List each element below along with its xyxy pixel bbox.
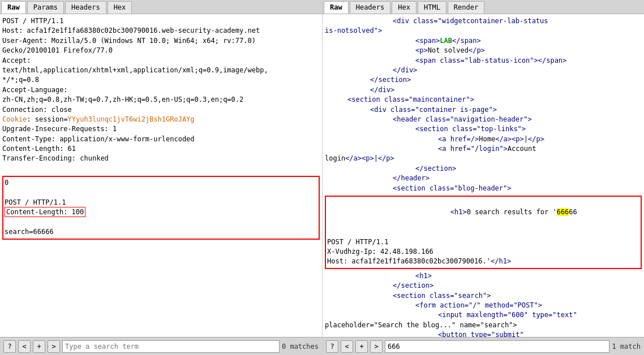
right-line-5: <span class="lab-status-icon"></span> <box>325 56 642 66</box>
right-line-18: <section class="blog-header"> <box>325 184 642 193</box>
line-gecko: Gecko/20100101 Firefox/77.0 <box>2 46 320 55</box>
line-accept-val: text/html,application/xhtml+xml,applicat… <box>2 66 320 75</box>
right-prev-btn[interactable]: < <box>341 340 353 353</box>
right-line-input: <input maxlength="600" type="text" <box>325 310 642 320</box>
right-line-17: </header> <box>325 174 642 183</box>
right-line-15: login</a><p>|</p> <box>325 154 642 163</box>
right-line-3: <span>LAB</span> <box>325 36 642 46</box>
right-question-btn[interactable]: ? <box>326 340 338 353</box>
right-tab-render[interactable]: Render <box>448 1 484 14</box>
line-post-http: POST / HTTP/1.1 <box>2 16 320 26</box>
left-highlight-block: 0 POST / HTTP/1.1 Content-Length: 100 se… <box>2 176 320 239</box>
right-content-area[interactable]: <div class="widgetcontainer-lab-status i… <box>323 14 644 337</box>
left-tab-bar: Raw Params Headers Hex <box>0 0 322 14</box>
line-blank1 <box>2 164 320 174</box>
line-host: Host: acfa1f2e1f1fa68380c02bc300790016.w… <box>2 26 320 36</box>
right-line-2: is-notsolved"> <box>325 26 642 36</box>
right-tab-raw[interactable]: Raw <box>324 1 349 14</box>
right-line-16: </section> <box>325 164 642 174</box>
left-tab-hex[interactable]: Hex <box>108 1 132 14</box>
right-tab-hex[interactable]: Hex <box>392 1 417 14</box>
right-match-count: 1 match <box>612 343 641 350</box>
right-panel: Raw Headers Hex HTML Render <div class="… <box>323 0 644 355</box>
right-line-11: <header class="navigation-header"> <box>325 115 642 124</box>
line-upgrade: Upgrade-Insecure-Requests: 1 <box>2 124 320 134</box>
right-line-7: </section> <box>325 75 642 85</box>
line-accept-lang-val: zh-CN,zh;q=0.8,zh-TW;q=0.7,zh-HK;q=0.5,e… <box>2 95 320 105</box>
right-post-http: POST / HTTP/1.1 <box>327 237 639 247</box>
left-prev-btn[interactable]: < <box>18 340 31 353</box>
right-line-8: </div> <box>325 85 642 95</box>
left-panel: Raw Params Headers Hex POST / HTTP/1.1 H… <box>0 0 323 355</box>
right-line-h1: <h1> <box>325 271 642 281</box>
line-content-type: Content-Type: application/x-www-form-url… <box>2 135 320 144</box>
right-host: Host: acfa1f2e1f1fa68380c02bc300790016.'… <box>327 257 639 266</box>
right-add-btn[interactable]: + <box>355 340 368 353</box>
right-line-button: <button type="submit" <box>325 330 642 337</box>
line-connection: Connection: close <box>2 105 320 115</box>
left-content-area[interactable]: POST / HTTP/1.1 Host: acfa1f2e1f1fa68380… <box>0 14 322 337</box>
line-user-agent: User-Agent: Mozilla/5.0 (Windows NT 10.0… <box>2 36 320 46</box>
right-highlight-block: <h1>0 search results for '66666 POST / H… <box>325 196 642 269</box>
right-line-4: <p>Not solved</p> <box>325 46 642 55</box>
left-request-lines: POST / HTTP/1.1 Host: acfa1f2e1f1fa68380… <box>2 16 320 174</box>
left-next-btn[interactable]: > <box>48 340 60 353</box>
left-search-input[interactable] <box>62 340 280 353</box>
line-content-length-100: Content-Length: 100 <box>5 207 317 217</box>
right-line-section-end: </section> <box>325 281 642 291</box>
right-line-placeholder: placeholder="Search the blog..." name="s… <box>325 321 642 330</box>
left-tab-params[interactable]: Params <box>27 1 64 14</box>
right-tab-bar: Raw Headers Hex HTML Render <box>323 0 644 14</box>
left-add-btn[interactable]: + <box>33 340 45 353</box>
right-bottom-bar: ? < + > 1 match <box>323 337 644 355</box>
left-tab-headers[interactable]: Headers <box>65 1 106 14</box>
line-blank2 <box>5 188 317 198</box>
line-blank3 <box>5 218 317 227</box>
line-accept: Accept: <box>2 56 320 66</box>
right-tab-html[interactable]: HTML <box>418 1 446 14</box>
line-cookie: Cookie: session=YYyuh3lunqc1jvT6wi2jBsh1… <box>2 115 320 124</box>
right-line-9: <section class="maincontainer"> <box>325 95 642 105</box>
line-accept-all: */*;q=0.8 <box>2 75 320 85</box>
line-search-val: search=66666 <box>5 227 317 237</box>
right-next-btn[interactable]: > <box>370 340 383 353</box>
line-accept-lang: Accept-Language: <box>2 85 320 95</box>
line-content-length-61: Content-Length: 61 <box>2 144 320 154</box>
right-line-10: <div class="container is-page"> <box>325 105 642 115</box>
right-h1-search: <h1>0 search results for '66666 <box>327 198 639 227</box>
left-bottom-bar: ? < + > 0 matches <box>0 337 322 355</box>
line-post-http2: POST / HTTP/1.1 <box>5 198 317 207</box>
right-line-form: <form action="/" method="POST"> <box>325 301 642 310</box>
right-line-13: <a href=/>Home</a><p>|</p> <box>325 135 642 144</box>
left-match-count: 0 matches <box>282 343 319 350</box>
line-zero: 0 <box>5 178 317 188</box>
right-line-12: <section class="top-links"> <box>325 124 642 134</box>
right-x-vudhzg: X-Vudhzg-Ip: 42.48.198.166 <box>327 247 639 257</box>
right-search-input[interactable] <box>385 340 609 353</box>
left-tab-raw[interactable]: Raw <box>1 1 26 14</box>
right-html-content-2: <h1> </section> <section class="search">… <box>325 271 642 337</box>
right-post-line <box>327 227 639 237</box>
left-question-btn[interactable]: ? <box>3 340 16 353</box>
right-html-content: <div class="widgetcontainer-lab-status i… <box>325 16 642 193</box>
right-tab-headers[interactable]: Headers <box>350 1 391 14</box>
line-transfer-enc: Transfer-Encoding: chunked <box>2 154 320 163</box>
right-line-6: </div> <box>325 66 642 75</box>
right-line-14: <a href="/login">Account <box>325 144 642 154</box>
right-line-section-search: <section class="search"> <box>325 291 642 301</box>
right-line-1: <div class="widgetcontainer-lab-status <box>325 16 642 26</box>
